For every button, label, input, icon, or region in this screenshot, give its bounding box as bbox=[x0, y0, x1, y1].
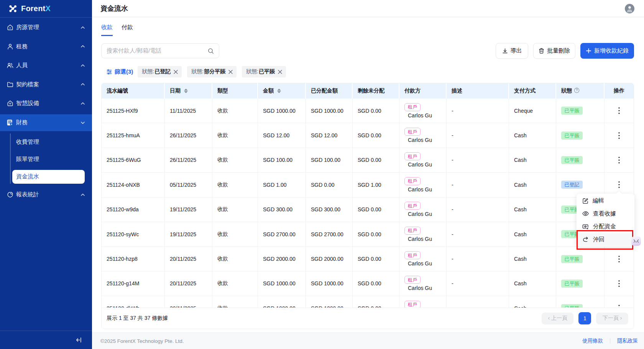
svg-text:s: s bbox=[11, 123, 12, 125]
